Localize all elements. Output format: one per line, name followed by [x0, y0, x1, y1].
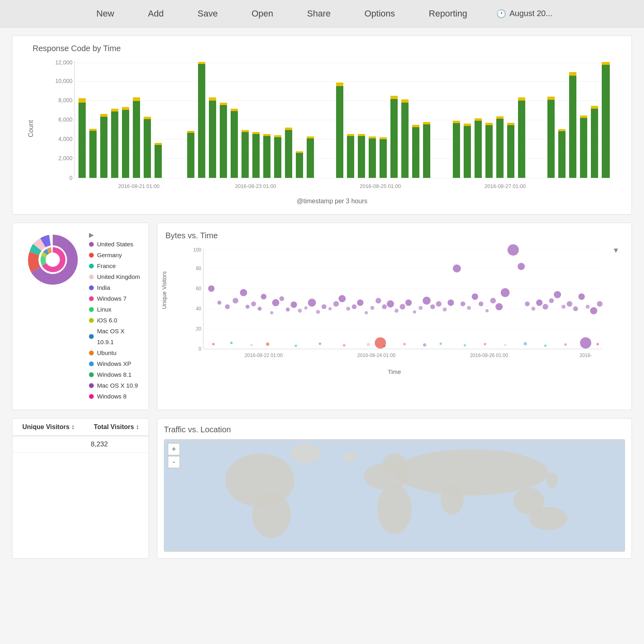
- svg-rect-21: [111, 111, 118, 178]
- scatter-panel: Bytes vs. Time ▼ Unique Visitors 0 20 40…: [157, 223, 632, 410]
- col-unique-visitors[interactable]: Unique Visitors ↕: [12, 419, 84, 436]
- legend-dot-win81: [89, 372, 94, 377]
- svg-point-137: [291, 301, 297, 308]
- svg-rect-65: [390, 99, 398, 178]
- svg-rect-45: [263, 136, 270, 178]
- legend-item-macosx109: Mac OS X 10.9: [89, 380, 140, 391]
- svg-rect-79: [485, 125, 493, 178]
- nav-share[interactable]: Share: [302, 5, 336, 22]
- zoom-out-button[interactable]: -: [168, 456, 180, 468]
- legend-dot-ios: [89, 318, 94, 323]
- svg-rect-19: [100, 117, 107, 178]
- svg-point-178: [549, 298, 554, 303]
- svg-point-201: [484, 343, 486, 345]
- svg-point-177: [543, 304, 548, 310]
- svg-rect-82: [496, 116, 504, 119]
- svg-point-150: [370, 306, 374, 310]
- svg-rect-44: [252, 132, 260, 134]
- svg-point-128: [240, 289, 247, 296]
- svg-point-141: [316, 310, 320, 314]
- svg-text:2016-08-27 01:00: 2016-08-27 01:00: [485, 183, 526, 189]
- svg-rect-55: [336, 86, 343, 178]
- svg-point-194: [367, 343, 370, 346]
- svg-point-126: [225, 304, 230, 309]
- svg-point-198: [440, 343, 442, 345]
- legend-dot-win7: [89, 296, 94, 301]
- svg-rect-97: [602, 65, 610, 178]
- map-controls: + -: [168, 443, 180, 468]
- scatter-container: ▼ Unique Visitors 0 20 40 60 80: [165, 244, 623, 381]
- svg-rect-75: [464, 126, 471, 178]
- zoom-in-button[interactable]: +: [168, 443, 180, 455]
- svg-rect-53: [307, 138, 314, 178]
- nav-reporting[interactable]: Reporting: [424, 5, 472, 22]
- svg-text:100: 100: [193, 247, 201, 253]
- svg-text:20: 20: [196, 326, 202, 332]
- svg-point-125: [217, 301, 221, 305]
- svg-point-155: [400, 304, 405, 310]
- svg-point-164: [453, 264, 461, 272]
- visitors-table: Unique Visitors ↕ Total Visitors ↕ 8,232: [12, 419, 149, 453]
- svg-rect-76: [464, 124, 471, 126]
- svg-text:0: 0: [69, 175, 72, 181]
- expand-arrow[interactable]: ▶: [89, 231, 94, 238]
- legend-dot-win8: [89, 394, 94, 399]
- svg-point-146: [346, 307, 350, 311]
- svg-rect-77: [475, 121, 482, 178]
- svg-point-147: [352, 304, 357, 309]
- svg-point-159: [423, 297, 431, 305]
- svg-point-104: [45, 252, 60, 267]
- svg-point-204: [544, 345, 547, 347]
- bar-chart-x-label: @timestamp per 3 hours: [45, 198, 619, 205]
- svg-point-220: [343, 452, 358, 462]
- svg-point-179: [554, 291, 561, 298]
- svg-rect-57: [347, 136, 354, 178]
- svg-point-196: [403, 343, 406, 345]
- col-total-visitors[interactable]: Total Visitors ↕: [84, 419, 149, 436]
- svg-rect-93: [580, 118, 587, 178]
- nav-new[interactable]: New: [92, 5, 119, 22]
- svg-rect-94: [580, 116, 587, 118]
- svg-rect-87: [547, 100, 555, 178]
- svg-point-206: [580, 337, 591, 349]
- svg-point-197: [423, 343, 426, 347]
- nav-open[interactable]: Open: [247, 5, 278, 22]
- svg-rect-95: [591, 109, 598, 178]
- svg-point-163: [448, 299, 454, 306]
- svg-point-165: [460, 301, 465, 306]
- svg-point-187: [212, 343, 215, 345]
- svg-point-168: [479, 301, 483, 306]
- svg-rect-40: [231, 109, 238, 111]
- legend-item-macosx1091: Mac OS X 10.9.1: [89, 326, 140, 347]
- svg-point-216: [441, 484, 464, 514]
- scatter-title: Bytes vs. Time: [165, 231, 623, 240]
- nav-add[interactable]: Add: [143, 5, 169, 22]
- scatter-down-arrow[interactable]: ▼: [612, 246, 619, 255]
- svg-point-188: [230, 342, 233, 344]
- svg-rect-50: [285, 128, 292, 130]
- svg-rect-80: [485, 123, 493, 125]
- world-map-svg: [164, 439, 625, 552]
- svg-rect-72: [423, 122, 430, 124]
- svg-rect-27: [144, 119, 151, 178]
- svg-rect-25: [133, 101, 140, 178]
- legend-dot-linux: [89, 307, 94, 312]
- scatter-svg: 0 20 40 60 80 100 2016-08-22 01:00 2016-…: [165, 244, 623, 365]
- svg-rect-38: [220, 103, 227, 105]
- svg-point-151: [376, 298, 381, 303]
- svg-point-181: [567, 301, 572, 307]
- svg-text:80: 80: [196, 266, 202, 271]
- svg-rect-35: [209, 101, 216, 178]
- svg-text:40: 40: [196, 306, 202, 312]
- nav-save[interactable]: Save: [193, 5, 223, 22]
- bar-chart-svg: 0 2,000 4,000 6,000 8,000 10,000 12,000: [45, 57, 619, 194]
- svg-rect-67: [401, 103, 409, 178]
- nav-options[interactable]: Options: [359, 5, 400, 22]
- legend-dot-us: [89, 242, 94, 247]
- legend-dot-in: [89, 285, 94, 290]
- bar-chart-section: Response Code by Time Count 0 2,000 4,00…: [12, 35, 632, 215]
- svg-rect-42: [242, 130, 249, 132]
- svg-rect-98: [602, 62, 610, 65]
- svg-text:2016-08-26 01:00: 2016-08-26 01:00: [470, 353, 508, 358]
- svg-point-176: [536, 299, 543, 306]
